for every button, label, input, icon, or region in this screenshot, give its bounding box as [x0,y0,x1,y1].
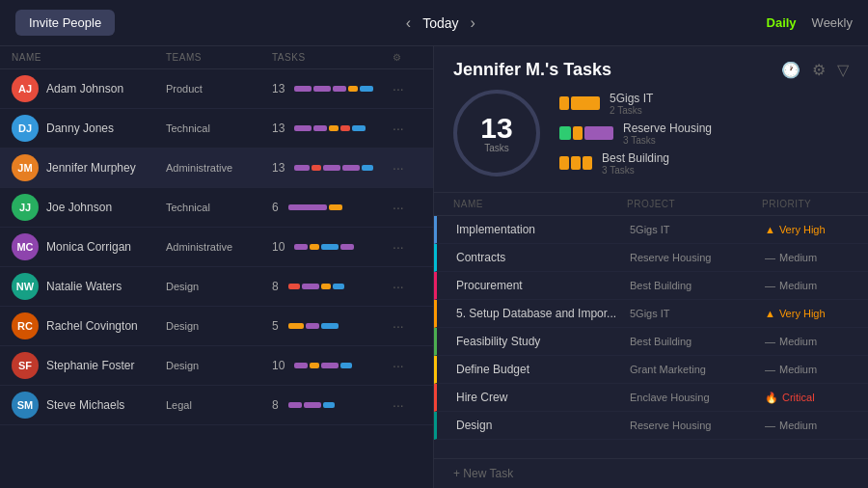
task-bar [310,363,319,368]
person-name: Stephanie Foster [46,359,134,372]
filter-icon[interactable]: ⚙ [393,52,421,63]
circle-count: 13 [480,114,512,143]
person-info: DJ Danny Jones [12,115,166,142]
priority-icon: — [765,280,775,291]
new-task-button[interactable]: + New Task [434,458,868,488]
more-options-button[interactable]: ··· [393,358,421,373]
task-bar [321,323,339,329]
mini-bar [559,126,571,140]
summary-project-info: Best Building 3 Tasks [602,151,669,176]
task-row[interactable]: Feasibility Study Best Building — Medium… [434,328,868,356]
person-name: Joe Johnson [46,201,112,214]
task-row[interactable]: 5. Setup Database and Impor... 5Gigs IT … [434,300,868,328]
project-name: Reserve Housing [630,420,765,431]
team-name: Administrative [166,162,272,174]
summary-cards: 5Gigs IT 2 Tasks Reserve Housing 3 Tasks… [559,92,712,176]
table-row[interactable]: MC Monica Corrigan Administrative 10 ··· [0,228,433,267]
mini-bar [583,156,592,170]
task-bars [288,402,335,408]
more-options-button[interactable]: ··· [393,81,421,96]
task-summary: 13 Tasks 5Gigs IT 2 Tasks Reserve Housin… [434,90,868,192]
date-navigation: ‹ Today › [406,14,475,32]
more-options-button[interactable]: ··· [393,239,421,255]
task-bars [294,86,373,92]
team-name: Administrative [166,241,272,253]
avatar: JM [12,154,39,181]
task-bar [342,165,360,171]
team-name: Design [166,281,272,292]
funnel-icon[interactable]: ▽ [837,61,849,79]
project-name: Reserve Housing [630,252,765,263]
task-row[interactable]: Procurement Best Building — Medium 10% [434,272,868,300]
task-name: Design [456,419,630,432]
table-row[interactable]: RC Rachel Covington Design 5 ··· [0,307,433,346]
more-options-button[interactable]: ··· [393,200,421,215]
person-name: Monica Corrigan [46,240,131,254]
table-row[interactable]: JJ Joe Johnson Technical 6 ··· [0,188,433,228]
summary-task-count: 3 Tasks [623,135,712,146]
table-header-row: NAME TEAMS TASKS ⚙ [0,46,433,69]
mini-bar [571,156,581,170]
task-table-header: NAME PROJECT PRIORITY PROGRESS [434,192,868,216]
summary-project-name: 5Gigs IT [610,92,653,105]
project-name: Enclave Housing [630,392,765,403]
more-options-button[interactable]: ··· [393,279,421,294]
table-row[interactable]: DJ Danny Jones Technical 13 ··· [0,109,433,149]
daily-view-button[interactable]: Daily [767,15,797,30]
task-row[interactable]: Contracts Reserve Housing — Medium [434,244,868,272]
avatar: SM [12,392,39,419]
avatar: SF [12,352,39,379]
task-bar [294,165,310,171]
table-row[interactable]: NW Natalie Waters Design 8 ··· [0,267,433,307]
priority-tag: — Medium [765,336,868,347]
task-row[interactable]: Define Budget Grant Marketing — Medium 0… [434,356,868,384]
nav-prev-arrow[interactable]: ‹ [406,14,411,32]
task-name: 5. Setup Database and Impor... [456,307,630,320]
task-bar [302,284,319,289]
task-count-circle: 13 Tasks [453,90,540,176]
task-bar [362,165,373,171]
tasks-cell: 13 [272,161,393,175]
table-row[interactable]: SF Stephanie Foster Design 10 ··· [0,346,433,386]
avatar: NW [12,273,39,300]
table-row[interactable]: SM Steve Michaels Legal 8 ··· [0,386,433,425]
priority-label: Very High [779,308,826,319]
task-count: 13 [272,161,285,175]
task-bars [294,125,366,131]
avatar: RC [12,312,39,339]
more-options-button[interactable]: ··· [393,121,421,136]
task-bar [294,244,308,250]
filter2-icon[interactable]: ⚙ [812,61,826,79]
weekly-view-button[interactable]: Weekly [812,15,853,30]
task-row[interactable]: Design Reserve Housing — Medium [434,412,868,440]
priority-icon: — [765,336,775,347]
clock-icon[interactable]: 🕐 [781,61,800,79]
task-bar [321,244,339,250]
task-bar [323,402,335,408]
task-bar [313,125,327,131]
more-options-button[interactable]: ··· [393,318,421,334]
task-bar [323,165,340,171]
table-row[interactable]: AJ Adam Johnson Product 13 ··· [0,69,433,109]
task-count: 8 [272,398,279,412]
person-info: NW Natalie Waters [12,273,166,300]
avatar: MC [12,233,39,260]
task-bar [294,125,312,131]
task-bar [333,284,344,289]
task-bars [288,284,344,289]
view-toggle: Daily Weekly [767,15,853,30]
tasks-cell: 8 [272,398,393,412]
more-options-button[interactable]: ··· [393,160,421,176]
person-name: Steve Michaels [46,398,124,412]
summary-task-count: 2 Tasks [610,105,653,116]
tasks-cell: 13 [272,122,393,135]
task-panel-title: Jennifer M.'s Tasks [453,60,611,80]
nav-next-arrow[interactable]: › [471,14,475,32]
table-row[interactable]: JM Jennifer Murphey Administrative 13 ··… [0,149,433,188]
task-row[interactable]: Implementation 5Gigs IT ▲ Very High [434,216,868,244]
invite-people-button[interactable]: Invite People [15,10,115,36]
task-row[interactable]: Hire Crew Enclave Housing 🔥 Critical 0% [434,384,868,412]
task-bar [294,363,308,368]
more-options-button[interactable]: ··· [393,397,421,413]
team-name: Product [166,83,272,95]
